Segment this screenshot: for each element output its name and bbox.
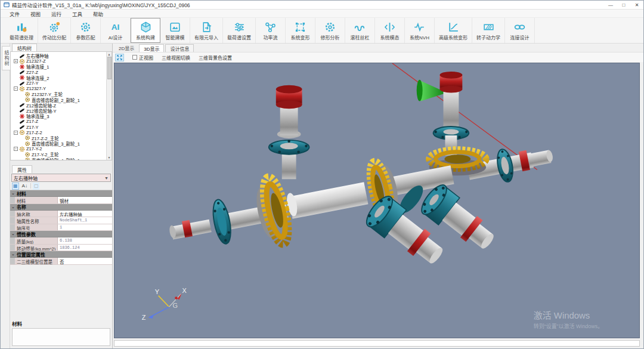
menu-item-文件[interactable]: 文件 xyxy=(4,10,25,17)
viewport-tab-3D显示[interactable]: 3D显示 xyxy=(139,44,164,52)
scroll-down-icon[interactable]: ▼ xyxy=(108,155,111,160)
toolbar-label: 传动比分配 xyxy=(42,34,66,41)
property-value[interactable]: 否 xyxy=(58,258,112,264)
sort-az-icon[interactable]: A↓ xyxy=(21,183,29,190)
toolbar-button-系统模态[interactable]: 系统模态 xyxy=(375,18,405,43)
material-panel-title: 材料 xyxy=(12,320,110,327)
property-section-位置固定属性[interactable]: ⌄位置固定属性 xyxy=(10,251,112,258)
viewport-tab-2D显示[interactable]: 2D显示 xyxy=(114,44,139,52)
tree-expander-icon[interactable]: − xyxy=(14,87,18,91)
main-shaft-left-stub xyxy=(169,220,212,240)
vertical-shaft-right xyxy=(434,72,469,156)
gearc-icon xyxy=(48,21,61,33)
3d-canvas[interactable]: X Y Z G 激活 Windows 转到“设置”以激活 Windows。 xyxy=(114,63,640,338)
modal-icon xyxy=(383,21,396,33)
close-icon[interactable]: ✕ xyxy=(630,1,643,9)
tree-expander-icon[interactable]: − xyxy=(14,131,18,135)
toolbar-button-AI设计[interactable]: AIAI设计 xyxy=(101,18,131,43)
categorized-view-icon[interactable]: ▦ xyxy=(12,183,19,190)
tree-item-轴承连接_3[interactable]: 轴承连接_3 xyxy=(12,113,112,119)
scroll-up-icon[interactable]: ▲ xyxy=(108,52,111,57)
property-section-材料[interactable]: ⌄材料 xyxy=(10,190,112,197)
tree-expander-icon[interactable]: − xyxy=(14,147,18,151)
menu-item-帮助[interactable]: 帮助 xyxy=(88,10,109,17)
tree-scrollbar[interactable]: ▲ ▼ xyxy=(106,52,112,160)
gear2-icon xyxy=(24,157,30,160)
coordinate-triad: X Y Z G xyxy=(142,287,187,322)
checkbox-icon[interactable] xyxy=(132,55,137,60)
toolbar-button-高级系统变形[interactable]: 高级系统变形 xyxy=(435,18,472,43)
fit-view-button[interactable] xyxy=(115,54,124,61)
toolbar-button-传动比分配[interactable]: 传动比分配 xyxy=(38,18,71,43)
viewport-tab-设计信息[interactable]: 设计信息 xyxy=(165,44,194,52)
property-grid: ⌄材料材料钢材⌄名称轴名称左右播种轴轴属性名称NodeShaft_1轴序号1⌄惯… xyxy=(10,190,112,265)
section-label: 名称 xyxy=(17,203,26,210)
section-label: 惯性参数 xyxy=(17,231,36,237)
menu-bar: 文件视图运行工具帮助 xyxy=(1,10,643,18)
viewport-tab-bar: 2D显示3D显示设计信息 xyxy=(113,44,643,52)
front-view-toggle[interactable]: 正视图 xyxy=(132,54,153,61)
property-minibar: ▦ A↓ ▢ xyxy=(10,182,112,190)
toolbar-label: 载荷谱设置 xyxy=(227,34,251,41)
property-section-名称[interactable]: ⌄名称 xyxy=(10,204,112,211)
view-switch-button[interactable]: 三维视图切换 xyxy=(162,54,190,61)
toolbar-button-有限元导入[interactable]: 有限元导入 xyxy=(190,18,223,43)
tree-tab-bar: 结构树 xyxy=(10,44,112,51)
property-value[interactable]: 6.138 xyxy=(58,237,112,244)
tree-expander-icon[interactable]: + xyxy=(14,59,18,63)
tree-item-直齿锥齿轮副_4_副轮_1[interactable]: 直齿锥齿轮副_4_副轮_1 xyxy=(12,157,112,160)
tree-item-Z17-Y[interactable]: Z17-Y xyxy=(12,124,112,129)
toolbar-button-系统NVH[interactable]: 系统NVH xyxy=(405,18,435,43)
toolbar-button-载荷谱处理[interactable]: 载荷谱处理 xyxy=(5,18,38,43)
tree-item-直齿锥齿轮副_3_副轮_1[interactable]: 直齿锥齿轮副_3_副轮_1 xyxy=(12,141,112,146)
toolbar-button-修形分析[interactable]: 修形分析 xyxy=(315,18,345,43)
chevron-down-icon: ⌄ xyxy=(11,191,15,196)
dock-strip: 结构树 xyxy=(1,44,10,348)
tree-item-左右播种轴[interactable]: 左右播种轴 xyxy=(12,53,112,58)
toolbar-button-系统变形[interactable]: 系统变形 xyxy=(286,18,315,43)
property-section-惯性参数[interactable]: ⌄惯性参数 xyxy=(10,231,112,237)
tree-item-Z17-Z[interactable]: Z17-Z xyxy=(12,119,112,124)
tab-properties[interactable]: 属性 xyxy=(12,165,32,173)
toolbar-label: 载荷谱处理 xyxy=(10,34,33,41)
minimize-icon[interactable]: — xyxy=(604,1,617,9)
import-icon xyxy=(200,21,213,33)
gear-icon xyxy=(324,21,336,33)
toolbar-button-滚柱丝杠[interactable]: 滚柱丝杠 xyxy=(345,18,375,43)
menu-item-视图[interactable]: 视图 xyxy=(25,10,46,17)
tree-item-轴承连接_1[interactable]: 轴承连接_1 xyxy=(12,64,112,69)
property-row-轴属性名称: 轴属性名称NodeShaft_1 xyxy=(10,217,112,224)
tree-item-轴承连接_2[interactable]: 轴承连接_2 xyxy=(12,75,112,81)
toolbar-label: 高级系统变形 xyxy=(439,34,467,41)
scroll-thumb[interactable] xyxy=(107,57,112,79)
toolbar-button-连接设计[interactable]: 连接设计 xyxy=(505,18,535,43)
property-value[interactable]: 1836.124 xyxy=(58,245,112,251)
toolbar-button-参数匹配[interactable]: 参数匹配 xyxy=(71,18,101,43)
tab-structure-tree[interactable]: 结构树 xyxy=(12,44,37,51)
dock-tab-structure-tree[interactable]: 结构树 xyxy=(2,46,11,70)
toolbar-button-转子动力学[interactable]: 转子动力学 xyxy=(472,18,505,43)
property-value[interactable]: 1 xyxy=(58,224,112,231)
chevron-down-icon: ⌄ xyxy=(11,231,15,236)
toolbar-button-智能建模[interactable]: 智能建模 xyxy=(160,18,190,43)
tree-item-label: 直齿锥齿轮副_4_副轮_1 xyxy=(32,157,80,160)
toolbar-button-载荷谱设置[interactable]: 载荷谱设置 xyxy=(223,18,256,43)
toolbar-label: 系统构建 xyxy=(136,34,155,41)
tree-item-Z27-Y[interactable]: Z27-Y xyxy=(12,81,112,86)
property-value[interactable]: 钢材 xyxy=(58,197,112,203)
menu-item-工具[interactable]: 工具 xyxy=(67,10,88,17)
panel-splitter[interactable] xyxy=(10,160,112,165)
3d-scene: X Y Z G 激活 Windows 转到“设置”以激活 Windows。 xyxy=(114,63,639,338)
app-icon xyxy=(4,2,10,8)
menu-item-运行[interactable]: 运行 xyxy=(46,10,67,17)
toolbar-button-功率流[interactable]: 功率流 xyxy=(256,18,286,43)
toolbar-button-系统构建[interactable]: 系统构建 xyxy=(131,18,160,43)
tree-item-label: Z17-Z xyxy=(26,119,38,124)
viewport-toolbar: 正视图 三维视图切换 三维背景色设置 xyxy=(113,52,643,62)
property-object-selector[interactable]: 左右播种轴 ▼ xyxy=(11,174,111,182)
bg-color-button[interactable]: 三维背景色设置 xyxy=(199,54,232,61)
maximize-icon[interactable]: □ xyxy=(617,1,630,9)
property-value[interactable]: NodeShaft_1 xyxy=(58,217,112,224)
property-value[interactable]: 左右播种轴 xyxy=(58,211,112,217)
select-icon xyxy=(294,21,306,33)
